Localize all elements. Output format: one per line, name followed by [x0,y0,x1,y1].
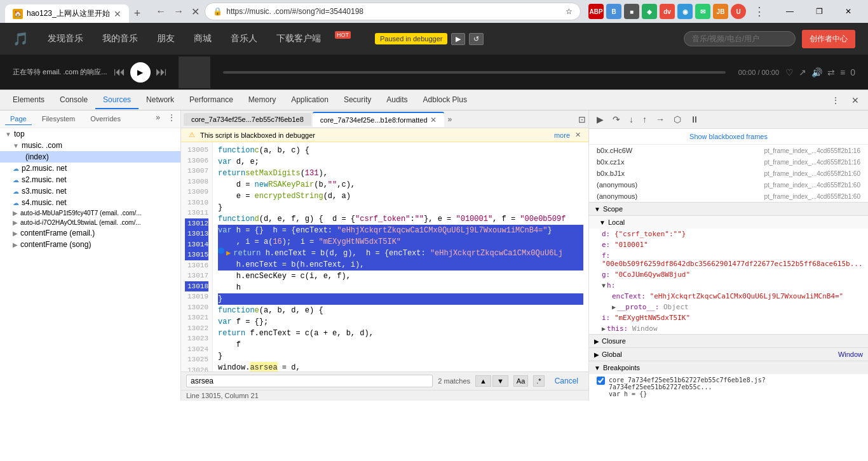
call-stack-entry[interactable]: b0x.cz1x pt_frame_index_...4cd655ff2b1:1… [589,156,868,168]
tree-more-button[interactable]: » [156,113,160,125]
tree-item-s3[interactable]: ☁ s3.music. net [0,185,180,197]
tab-more-button[interactable]: » [448,115,452,124]
step-over-debug-button[interactable]: ↷ [610,113,623,126]
prev-button[interactable]: ⏮ [114,65,125,79]
call-stack-entry[interactable]: (anonymous) pt_frame_index_...4cd655ff2b… [589,179,868,190]
more-link[interactable]: more [554,131,570,139]
devtools-more-button[interactable]: ⋮ [827,94,844,107]
scope-item-h-proto[interactable]: ▶__proto__: Object [589,302,868,312]
search-prev-button[interactable]: ▲ [475,375,491,387]
ext-mail[interactable]: ✉ [695,4,710,19]
list-icon[interactable]: ≡ [840,67,845,77]
tree-settings-button[interactable]: ⋮ [168,113,175,125]
call-stack-entry[interactable]: b0x.cHc6W pt_frame_index_...4cd655ff2b1:… [589,145,868,156]
pause-exceptions-button[interactable]: ⏸ [688,113,702,126]
show-blackboxed-link[interactable]: Show blackboxed frames [589,129,868,145]
address-bar[interactable]: 🔒 https://music. .com/#/song?id=35440198… [205,3,581,20]
tab-sources[interactable]: Sources [95,91,139,109]
tree-tab-overrides[interactable]: Overrides [85,113,126,125]
tree-item-auto1[interactable]: ▶ auto-id-MbUaP1t59fcy40T7 (email. .com/… [0,208,180,218]
code-tab-close[interactable]: ✕ [430,116,437,124]
ext-abp[interactable]: ABP [588,4,604,19]
breakpoint-checkbox[interactable] [597,377,605,385]
scope-item-this[interactable]: ▶this: Window [589,323,868,334]
tab-elements[interactable]: Elements [5,91,52,109]
close-button[interactable]: ✕ [834,2,863,21]
tab-adblock[interactable]: Adblock Plus [416,91,475,109]
tab-network[interactable]: Network [139,91,182,109]
tab-audits[interactable]: Audits [379,91,415,109]
maximize-button[interactable]: ❐ [804,2,834,21]
back-button[interactable]: ← [153,3,168,20]
ext-user[interactable]: U [731,4,746,19]
tree-tab-filesystem[interactable]: Filesystem [37,113,81,125]
nav-mymusic[interactable]: 我的音乐 [102,33,138,44]
tab-console[interactable]: Console [52,91,95,109]
code-tab-2[interactable]: core_7a734ef25e...b1e8:formatted ✕ [313,112,444,127]
deactivate-breakpoints-button[interactable]: ⬡ [671,113,684,126]
resume-debug-button[interactable]: ▶ [594,113,606,126]
star-icon[interactable]: ☆ [566,7,573,16]
nav-store[interactable]: 商城 [194,33,212,44]
tab-memory[interactable]: Memory [241,91,283,109]
global-section-header[interactable]: ▶ Global Window [589,347,868,361]
tree-item-index[interactable]: (index) [0,151,180,163]
share-icon[interactable]: ↗ [799,67,806,77]
create-btn[interactable]: 创作者中心 [802,30,855,48]
tree-item-s2[interactable]: ☁ s2.music. net [0,174,180,185]
shuffle-icon[interactable]: ⇄ [827,67,835,77]
search-input[interactable] [186,375,433,387]
menu-button[interactable]: ⋮ [751,2,768,21]
tree-item-s4[interactable]: ☁ s4.music. net [0,197,180,208]
scope-item-h[interactable]: ▼h: [589,280,868,291]
ext-6[interactable]: ◉ [677,4,693,19]
progress-bar[interactable] [223,71,726,74]
tree-item-contentframe-email[interactable]: ▶ contentFrame (email.) [0,227,180,239]
forward-button[interactable]: → [171,3,186,20]
step-out-button[interactable]: ↑ [640,113,649,126]
tree-item-top[interactable]: ▼ top [0,128,180,140]
local-section-header[interactable]: ▼ Local [589,215,868,229]
closure-section-header[interactable]: ▶ Closure [589,334,868,347]
new-tab-button[interactable]: + [129,4,146,23]
like-icon[interactable]: ♡ [785,67,794,77]
active-tab[interactable]: 🏠 hao123_上网从这里开始 ✕ [5,4,129,23]
nav-musician[interactable]: 音乐人 [231,33,257,44]
tree-item-p2[interactable]: ☁ p2.music. net [0,163,180,174]
music-search-input[interactable] [684,31,796,46]
tab-close-button[interactable]: ✕ [114,9,121,19]
close-warning-button[interactable]: ✕ [575,131,581,139]
tree-item-contentframe-song[interactable]: ▶ contentFrame (song) [0,239,180,250]
devtools-close-button[interactable]: ✕ [848,94,863,107]
ext-jb[interactable]: JB [713,4,728,19]
ext-4[interactable]: ◆ [642,4,657,19]
minimize-button[interactable]: — [775,2,804,21]
volume-icon[interactable]: 🔊 [811,67,822,77]
next-button[interactable]: ⏭ [156,65,167,79]
ext-3[interactable]: ■ [624,4,639,19]
tab-performance[interactable]: Performance [182,91,241,109]
tab-security[interactable]: Security [336,91,379,109]
step-over-button[interactable]: ↺ [469,33,484,45]
scope-section-header[interactable]: ▼ Scope [589,202,868,215]
search-next-button[interactable]: ▼ [492,375,508,387]
tree-item-music[interactable]: ▼ music. .com [0,140,180,151]
step-button[interactable]: → [653,113,667,126]
tree-item-auto2[interactable]: ▶ auto-id-i7O2HAyOtL9bwiaL (email. .com/… [0,218,180,227]
regex-button[interactable]: .* [533,375,544,387]
tab-application[interactable]: Application [283,91,336,109]
ext-b[interactable]: B [606,4,621,19]
expand-panel-button[interactable]: ⊡ [578,114,586,124]
tree-tab-page[interactable]: Page [5,113,32,125]
nav-friends[interactable]: 朋友 [157,33,175,44]
step-into-button[interactable]: ↓ [627,113,636,126]
ext-dv[interactable]: dv [660,4,675,19]
aa-button[interactable]: Aa [513,375,528,387]
reload-button[interactable]: ✕ [189,3,202,20]
code-tab-1[interactable]: core_7a734ef25e...7eb55c7f6eb1e8 [184,113,311,126]
nav-download[interactable]: 下载客户端 [276,33,321,44]
resume-button[interactable]: ▶ [451,33,465,45]
call-stack-entry[interactable]: b0x.bJ1x pt_frame_index_...4cd655ff2b1:6… [589,168,868,179]
code-content[interactable]: function c(a, b, c) { var d, e; return s… [213,142,588,371]
call-stack-entry[interactable]: (anonymous) pt_frame_index_...4cd655ff2b… [589,190,868,202]
